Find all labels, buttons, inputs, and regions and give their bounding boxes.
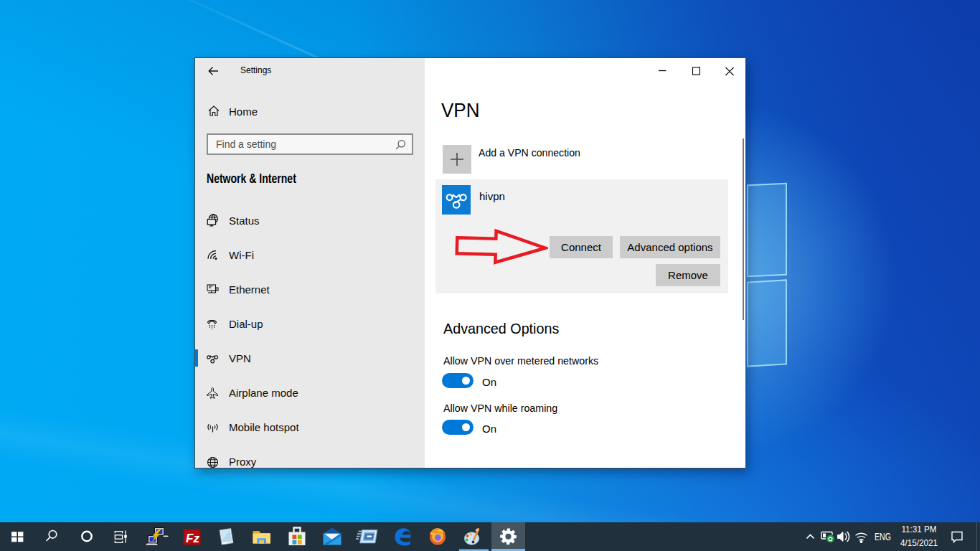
svg-text:4/15/2021: 4/15/2021 — [900, 537, 938, 548]
svg-text:11:31 PM: 11:31 PM — [902, 524, 937, 534]
svg-text:ENG: ENG — [875, 531, 891, 542]
svg-text:Fz: Fz — [186, 532, 199, 545]
